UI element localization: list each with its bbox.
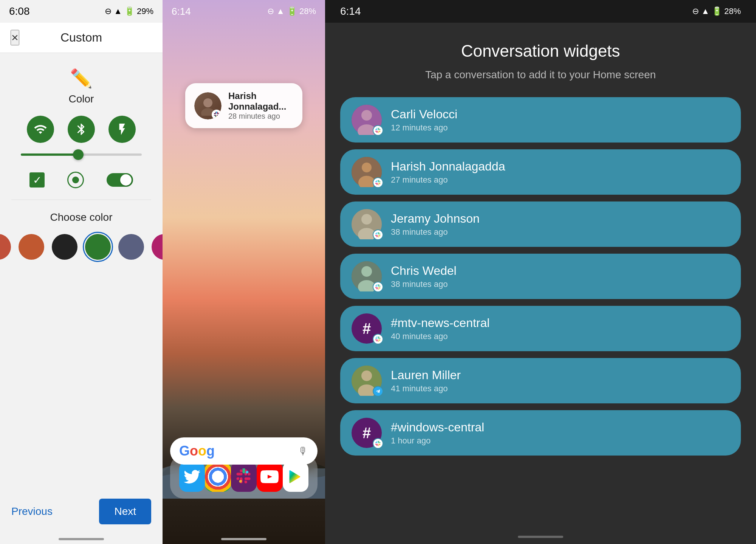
choose-color-label: Choose color bbox=[50, 211, 113, 223]
radio-control[interactable] bbox=[67, 172, 84, 188]
app-twitter[interactable] bbox=[179, 462, 205, 492]
color-icon-row bbox=[27, 116, 136, 143]
status-icons-2: ⊖ ▲ 🔋 28% bbox=[267, 6, 316, 16]
statusbar-panel1: 6:08 ⊖ ▲ 🔋 29% bbox=[0, 0, 163, 23]
avatar-lauren bbox=[352, 366, 382, 396]
svg-point-20 bbox=[361, 214, 372, 225]
app-slack[interactable] bbox=[231, 462, 257, 492]
google-search-bar[interactable]: Goog 🎙 bbox=[170, 437, 318, 465]
svg-point-29 bbox=[361, 370, 372, 381]
swatch-green[interactable] bbox=[85, 234, 111, 260]
app-youtube[interactable] bbox=[257, 462, 282, 492]
eyedropper-icon: ✏️ bbox=[70, 68, 93, 89]
conv-info-harish: Harish Jonnalagadda 27 minutes ago bbox=[391, 160, 730, 185]
section-divider bbox=[11, 200, 151, 200]
conversation-widget-card[interactable]: Harish Jonnalagad... 28 minutes ago bbox=[185, 83, 302, 128]
avatar-chris bbox=[352, 261, 382, 291]
widget-text: Harish Jonnalagad... 28 minutes ago bbox=[228, 91, 293, 121]
conversation-item-chris[interactable]: Chris Wedel 38 minutes ago bbox=[340, 254, 741, 299]
play-store-logo bbox=[287, 468, 304, 485]
wifi-icon-3: ▲ bbox=[701, 6, 710, 16]
conv-time-chris: 38 minutes ago bbox=[391, 279, 730, 289]
toggle-thumb bbox=[120, 174, 132, 186]
wifi-toggle-icon[interactable] bbox=[27, 116, 54, 143]
swatch-rust[interactable] bbox=[19, 234, 44, 260]
flashlight-toggle-icon[interactable] bbox=[108, 116, 136, 143]
conv-name-harish: Harish Jonnalagadda bbox=[391, 160, 730, 174]
color-slider[interactable] bbox=[21, 153, 142, 156]
swatch-slate[interactable] bbox=[118, 234, 144, 260]
telegram-icon bbox=[375, 389, 381, 394]
conv-name-windows: #windows-central bbox=[391, 420, 730, 434]
svg-point-24 bbox=[361, 266, 372, 277]
conversation-item-carli[interactable]: Carli Velocci 12 minutes ago bbox=[340, 97, 741, 143]
avatar-jeramy bbox=[352, 209, 382, 239]
conversation-item-windows[interactable]: # #windows-c bbox=[340, 410, 741, 456]
avatar-harish bbox=[352, 157, 382, 187]
slack-icon-small bbox=[214, 112, 220, 118]
slack-icon-harish bbox=[375, 180, 381, 186]
conv-time-mtv: 40 minutes ago bbox=[391, 332, 730, 341]
slack-badge-jeramy bbox=[373, 229, 383, 240]
next-button[interactable]: Next bbox=[99, 499, 151, 524]
wifi-icon: ▲ bbox=[114, 6, 122, 16]
conversation-item-jeramy[interactable]: Jeramy Johnson 38 minutes ago bbox=[340, 201, 741, 247]
home-indicator-3 bbox=[518, 536, 563, 538]
color-swatches-row bbox=[0, 234, 181, 260]
telegram-badge-lauren bbox=[373, 386, 383, 397]
close-button[interactable]: × bbox=[11, 30, 19, 45]
svg-point-12 bbox=[361, 110, 372, 121]
conv-name-carli: Carli Velocci bbox=[391, 107, 730, 121]
panel-custom-color: 6:08 ⊖ ▲ 🔋 29% × Custom ✏️ Color bbox=[0, 0, 163, 544]
radio-inner bbox=[72, 177, 79, 183]
statusbar-panel3: 6:14 ⊖ ▲ 🔋 28% bbox=[325, 0, 756, 23]
status-time-1: 6:08 bbox=[9, 5, 30, 17]
conv-name-chris: Chris Wedel bbox=[391, 264, 730, 278]
youtube-logo bbox=[260, 470, 279, 483]
swatch-terracotta[interactable] bbox=[0, 234, 11, 260]
svg-rect-14 bbox=[375, 127, 381, 133]
conv-info-mtv: #mtv-news-central 40 minutes ago bbox=[391, 316, 730, 341]
svg-point-16 bbox=[362, 163, 372, 172]
checkbox-control[interactable]: ✓ bbox=[29, 172, 45, 188]
battery-icon-3: 🔋 bbox=[712, 6, 722, 16]
slack-icon-jeramy bbox=[375, 232, 381, 238]
svg-rect-26 bbox=[375, 284, 381, 290]
conv-info-carli: Carli Velocci 12 minutes ago bbox=[391, 107, 730, 133]
avatar-windows: # bbox=[352, 418, 382, 448]
slider-thumb[interactable] bbox=[73, 149, 84, 160]
conversation-item-harish[interactable]: Harish Jonnalagadda 27 minutes ago bbox=[340, 149, 741, 195]
panel-conversation-widgets: 6:14 ⊖ ▲ 🔋 28% Conversation widgets Tap … bbox=[325, 0, 756, 544]
conversation-item-lauren[interactable]: Lauren Miller 41 minutes ago bbox=[340, 358, 741, 403]
conv-info-windows: #windows-central 1 hour ago bbox=[391, 420, 730, 446]
wifi-icon-2: ▲ bbox=[276, 6, 285, 16]
slack-logo bbox=[235, 468, 252, 485]
swatch-black[interactable] bbox=[52, 234, 77, 260]
dnd-icon-3: ⊖ bbox=[692, 6, 699, 16]
svg-rect-31 bbox=[375, 440, 381, 446]
google-mic-icon[interactable]: 🎙 bbox=[298, 445, 308, 457]
conversation-item-mtv[interactable]: # #mtv-news- bbox=[340, 306, 741, 351]
battery-text-2: 28% bbox=[299, 6, 316, 16]
status-time-3: 6:14 bbox=[340, 5, 361, 17]
toggle-control[interactable] bbox=[107, 173, 133, 187]
conversation-widgets-subtitle: Tap a conversation to add it to your Hom… bbox=[340, 67, 741, 82]
conv-time-carli: 12 minutes ago bbox=[391, 123, 730, 133]
color-section-label: Color bbox=[69, 93, 94, 105]
battery-icon: 🔋 bbox=[124, 6, 135, 16]
svg-rect-18 bbox=[375, 180, 381, 186]
slack-badge bbox=[212, 110, 222, 119]
svg-point-8 bbox=[203, 98, 212, 107]
status-icons-1: ⊖ ▲ 🔋 29% bbox=[105, 6, 153, 16]
slack-badge-carli bbox=[373, 125, 383, 136]
bluetooth-toggle-icon[interactable] bbox=[68, 116, 95, 143]
app-play-store[interactable] bbox=[283, 462, 308, 492]
status-time-2: 6:14 bbox=[172, 6, 191, 17]
conv-time-lauren: 41 minutes ago bbox=[391, 384, 730, 394]
conversation-widgets-title: Conversation widgets bbox=[340, 42, 741, 60]
widget-contact-name: Harish Jonnalagad... bbox=[228, 91, 293, 112]
slider-track bbox=[21, 153, 142, 156]
conv-info-jeramy: Jeramy Johnson 38 minutes ago bbox=[391, 212, 730, 237]
app-chrome[interactable] bbox=[205, 462, 231, 492]
previous-button[interactable]: Previous bbox=[11, 505, 53, 518]
